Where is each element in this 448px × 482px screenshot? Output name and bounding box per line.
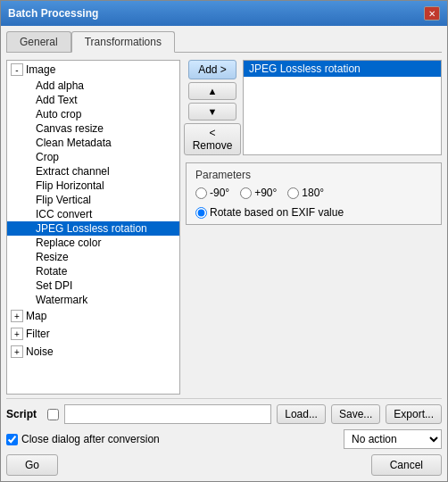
tree-child-extract-channel[interactable]: Extract channel bbox=[7, 164, 179, 179]
radio-exif-input[interactable] bbox=[195, 207, 207, 219]
radio-plus90-input[interactable] bbox=[240, 187, 252, 199]
tree-child-set-dpi[interactable]: Set DPI bbox=[7, 278, 179, 293]
load-button[interactable]: Load... bbox=[277, 404, 326, 424]
group-label-image: Image bbox=[26, 63, 55, 76]
rotate-exif-row: Rotate based on EXIF value bbox=[195, 206, 432, 219]
script-label: Script bbox=[6, 408, 42, 420]
tree-child-flip-vertical[interactable]: Flip Vertical bbox=[7, 193, 179, 207]
tree-child-resize[interactable]: Resize bbox=[7, 250, 179, 264]
move-up-button[interactable]: ▲ bbox=[188, 82, 236, 100]
radio-minus90-input[interactable] bbox=[195, 187, 207, 199]
parameters-label: Parameters bbox=[195, 169, 432, 181]
radio-minus90[interactable]: -90° bbox=[195, 187, 229, 199]
window-title: Batch Processing bbox=[8, 7, 98, 20]
tree-child-clean-metadata[interactable]: Clean Metadata bbox=[7, 136, 179, 150]
selected-action-item[interactable]: JPEG Lossless rotation bbox=[244, 61, 441, 77]
radio-plus90-label: +90° bbox=[254, 187, 277, 199]
tree-child-canvas-resize[interactable]: Canvas resize bbox=[7, 121, 179, 136]
tree-child-icc-convert[interactable]: ICC convert bbox=[7, 207, 179, 221]
main-area: - Image Add alpha Add Text Auto crop Can… bbox=[6, 60, 442, 395]
tree-child-watermark[interactable]: Watermark bbox=[7, 293, 179, 307]
tree-child-replace-color[interactable]: Replace color bbox=[7, 236, 179, 250]
expander-map-icon[interactable]: + bbox=[11, 310, 23, 322]
tree-group-filter[interactable]: + Filter bbox=[7, 325, 179, 343]
footer-buttons: Go Cancel bbox=[6, 454, 442, 476]
close-after-label[interactable]: Close dialog after conversion bbox=[6, 433, 160, 445]
script-checkbox[interactable] bbox=[47, 409, 59, 420]
close-after-text: Close dialog after conversion bbox=[21, 433, 160, 445]
tree-child-crop[interactable]: Crop bbox=[7, 150, 179, 164]
tree-child-add-text[interactable]: Add Text bbox=[7, 93, 179, 107]
close-button[interactable]: ✕ bbox=[424, 6, 440, 21]
tree-child-auto-crop[interactable]: Auto crop bbox=[7, 107, 179, 121]
expander-noise-icon[interactable]: + bbox=[11, 345, 23, 358]
tree-group-noise[interactable]: + Noise bbox=[7, 343, 179, 361]
tab-transformations[interactable]: Transformations bbox=[71, 31, 175, 53]
title-bar: Batch Processing ✕ bbox=[1, 1, 447, 26]
radio-180-label: 180° bbox=[302, 187, 324, 199]
window-controls: ✕ bbox=[424, 6, 440, 21]
selected-actions-list[interactable]: JPEG Lossless rotation bbox=[243, 60, 442, 155]
remove-button[interactable]: < Remove bbox=[184, 123, 241, 155]
cancel-button[interactable]: Cancel bbox=[371, 454, 442, 476]
bottom-section: Script Load... Save... Export... Close d… bbox=[6, 398, 442, 476]
group-label-noise: Noise bbox=[26, 345, 54, 358]
script-input[interactable] bbox=[64, 404, 271, 424]
radio-plus90[interactable]: +90° bbox=[240, 187, 277, 199]
tree-group-map[interactable]: + Map bbox=[7, 307, 179, 325]
action-row: Close dialog after conversion No action bbox=[6, 429, 442, 449]
move-down-button[interactable]: ▼ bbox=[188, 103, 236, 120]
rotate-exif-label: Rotate based on EXIF value bbox=[210, 206, 344, 219]
save-button[interactable]: Save... bbox=[331, 404, 380, 424]
radio-exif[interactable]: Rotate based on EXIF value bbox=[195, 206, 344, 219]
rotation-radio-group: -90° +90° 180° bbox=[195, 187, 432, 199]
radio-180-input[interactable] bbox=[287, 187, 299, 199]
group-label-filter: Filter bbox=[26, 328, 50, 340]
group-label-map: Map bbox=[26, 310, 46, 322]
expander-icon[interactable]: - bbox=[11, 63, 23, 76]
no-action-select[interactable]: No action bbox=[344, 429, 442, 449]
go-button[interactable]: Go bbox=[6, 454, 58, 476]
top-right-area: Add > ▲ ▼ < Remove JPEG Lossless rotatio… bbox=[186, 60, 442, 155]
close-after-checkbox[interactable] bbox=[6, 434, 18, 445]
expander-filter-icon[interactable]: + bbox=[11, 328, 23, 340]
add-button[interactable]: Add > bbox=[188, 60, 236, 79]
tree-child-jpeg-lossless[interactable]: JPEG Lossless rotation bbox=[7, 221, 179, 236]
tree-child-add-alpha[interactable]: Add alpha bbox=[7, 79, 179, 93]
tree-child-rotate[interactable]: Rotate bbox=[7, 264, 179, 278]
content-area: General Transformations - Image Add alph… bbox=[1, 26, 447, 481]
tab-general[interactable]: General bbox=[6, 31, 71, 52]
tree-group-image[interactable]: - Image bbox=[7, 61, 179, 79]
right-panel: Add > ▲ ▼ < Remove JPEG Lossless rotatio… bbox=[186, 60, 442, 395]
script-row: Script Load... Save... Export... bbox=[6, 404, 442, 424]
action-buttons: Add > ▲ ▼ < Remove bbox=[186, 60, 239, 155]
batch-processing-window: Batch Processing ✕ General Transformatio… bbox=[0, 0, 448, 482]
footer-left: Go bbox=[6, 454, 58, 476]
tree-panel[interactable]: - Image Add alpha Add Text Auto crop Can… bbox=[6, 60, 180, 395]
export-button[interactable]: Export... bbox=[386, 404, 442, 424]
parameters-panel: Parameters -90° +90° 180° bbox=[186, 162, 442, 225]
tree-child-flip-horizontal[interactable]: Flip Horizontal bbox=[7, 179, 179, 193]
radio-minus90-label: -90° bbox=[210, 187, 229, 199]
footer-right: Cancel bbox=[371, 454, 442, 476]
tabs-bar: General Transformations bbox=[6, 31, 442, 53]
radio-180[interactable]: 180° bbox=[287, 187, 324, 199]
